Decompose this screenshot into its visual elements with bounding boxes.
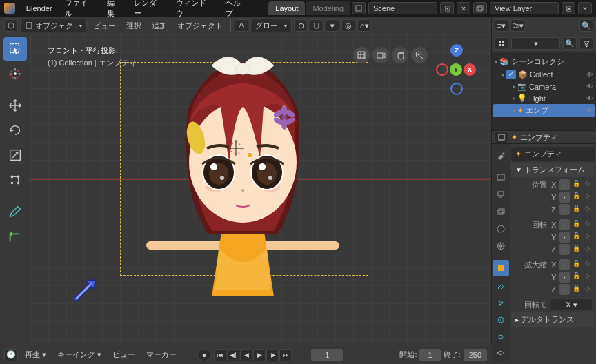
mode-dropdown[interactable]: オブジェク..▾	[20, 19, 87, 32]
menu-app[interactable]: Blender	[21, 2, 58, 14]
menu-select[interactable]: 選択	[122, 19, 146, 33]
next-key-icon[interactable]: |▶	[266, 349, 279, 361]
pivot-icon[interactable]: ⊙	[294, 19, 308, 32]
editor-type-icon[interactable]	[4, 19, 18, 32]
menu-render[interactable]: レンダー	[128, 0, 169, 21]
anim-icon[interactable]: ◇	[582, 205, 592, 214]
outliner-mode-icon[interactable]: ▾	[511, 37, 560, 50]
gizmo-y[interactable]: Y	[450, 63, 462, 76]
timeline-play-menu[interactable]: 再生 ▾	[21, 347, 50, 362]
outliner-type-icon[interactable]	[495, 37, 508, 50]
play-icon[interactable]: ▶	[253, 349, 266, 361]
tool-rotate[interactable]	[3, 119, 27, 142]
start-frame-field[interactable]: 1	[419, 349, 440, 361]
prev-key-icon[interactable]: ◀|	[227, 349, 239, 361]
timeline-marker-menu[interactable]: マーカー	[142, 347, 181, 362]
autokey-icon[interactable]: ●	[197, 349, 211, 361]
gizmo-z[interactable]: Z	[450, 44, 463, 57]
tab-layout[interactable]: Layout	[268, 1, 305, 15]
character-model[interactable]	[139, 41, 346, 296]
anim-icon[interactable]: ◇	[582, 220, 592, 230]
rot-y-field[interactable]: ·	[559, 232, 570, 243]
tree-empty[interactable]: ▸✦エンプ👁	[493, 104, 595, 117]
tree-light[interactable]: ▸💡Light👁	[493, 92, 595, 104]
jump-start-icon[interactable]: ⏮	[214, 349, 226, 361]
snap-icon[interactable]	[310, 19, 324, 32]
loc-z-field[interactable]: ·	[559, 204, 570, 215]
lock-icon[interactable]: 🔓	[571, 192, 581, 202]
tab-modeling[interactable]: Modeling	[306, 1, 350, 15]
anim-icon[interactable]: ◇	[582, 245, 592, 254]
ptab-physics[interactable]	[493, 312, 509, 328]
scale-y-field[interactable]: ·	[559, 272, 570, 283]
eye-icon[interactable]: 👁	[586, 94, 593, 102]
gizmo-x[interactable]: X	[464, 63, 476, 76]
new-scene-icon[interactable]: ⎘	[440, 2, 454, 14]
menu-edit[interactable]: 編集	[101, 0, 128, 21]
ptab-viewlayer[interactable]	[493, 203, 509, 220]
tool-annotate[interactable]	[3, 200, 27, 223]
tool-transform[interactable]	[3, 168, 27, 192]
grid-icon[interactable]	[353, 47, 370, 63]
delete-layer-icon[interactable]: ×	[578, 2, 592, 14]
lock-icon[interactable]: 🔓	[571, 285, 581, 294]
timeline-keying-menu[interactable]: キーイング ▾	[53, 347, 106, 362]
menu-window[interactable]: ウィンドウ	[170, 0, 219, 21]
new-layer-icon[interactable]: ⎘	[562, 2, 575, 14]
browse-scene-icon[interactable]	[352, 2, 366, 14]
menu-add[interactable]: 追加	[148, 19, 171, 33]
lock-icon[interactable]: 🔓	[571, 245, 581, 254]
browse-layer-icon[interactable]	[473, 2, 487, 14]
lock-icon[interactable]: 🔓	[571, 205, 581, 214]
tool-measure[interactable]	[3, 225, 27, 248]
rotmode-dropdown[interactable]: X ▾	[551, 299, 592, 310]
eye-icon[interactable]: 👁	[586, 83, 593, 90]
ptab-output[interactable]	[493, 186, 509, 203]
end-frame-field[interactable]: 250	[464, 349, 487, 361]
rot-z-field[interactable]: ·	[559, 244, 570, 255]
zoom-icon[interactable]	[411, 47, 428, 63]
search-icon[interactable]: 🔍	[579, 19, 593, 32]
anim-icon[interactable]: ◇	[582, 180, 592, 190]
play-rev-icon[interactable]: ◀	[240, 349, 252, 361]
object-name-field[interactable]: ✦エンプティ	[511, 147, 595, 161]
menu-object[interactable]: オブジェクト	[173, 19, 227, 33]
eye-icon[interactable]: 👁	[586, 71, 593, 79]
section-delta[interactable]: ▸ デルタトランス	[511, 312, 595, 327]
ptab-world[interactable]	[493, 238, 509, 254]
scale-x-field[interactable]: ·	[559, 259, 570, 270]
props-type-icon[interactable]	[495, 131, 508, 143]
rot-x-field[interactable]: ·	[559, 219, 570, 230]
gizmo-z-neg[interactable]	[450, 83, 463, 95]
timeline-view-menu[interactable]: ビュー	[108, 347, 139, 362]
lock-icon[interactable]: 🔓	[571, 260, 581, 270]
loc-x-field[interactable]: ·	[559, 179, 570, 190]
loc-y-field[interactable]: ·	[559, 192, 570, 203]
tree-camera[interactable]: ▸📷Camera👁	[493, 81, 595, 92]
ptab-particles[interactable]	[493, 294, 509, 311]
proportional-icon[interactable]: ◎	[341, 19, 355, 32]
tool-cursor[interactable]	[3, 62, 27, 85]
tool-move[interactable]	[3, 94, 27, 117]
nav-gizmo[interactable]: Z Y X	[436, 44, 477, 99]
lock-icon[interactable]: 🔓	[571, 180, 581, 190]
blender-logo-icon[interactable]	[4, 3, 15, 14]
anim-icon[interactable]: ◇	[582, 232, 592, 242]
tree-collection[interactable]: ▾✓📦Collect👁	[493, 68, 595, 81]
anim-icon[interactable]: ◇	[582, 272, 592, 282]
ptab-render[interactable]	[493, 169, 509, 185]
editor-type-icon[interactable]: ≡▾	[495, 19, 508, 32]
lock-icon[interactable]: 🔓	[571, 232, 581, 242]
checkbox-icon[interactable]: ✓	[506, 70, 516, 79]
menu-view[interactable]: ビュー	[89, 19, 120, 33]
section-transform[interactable]: ▼ トランスフォーム	[511, 163, 595, 177]
tree-scene-collection[interactable]: ▾📚シーンコレクシ	[493, 55, 595, 68]
layer-name-field[interactable]: View Layer	[490, 2, 559, 14]
gizmo-x-neg[interactable]	[436, 63, 448, 76]
ptab-constraints[interactable]	[493, 329, 509, 345]
ptab-tool[interactable]	[493, 147, 509, 163]
menu-file[interactable]: ファイル	[59, 0, 100, 21]
ptab-object[interactable]	[493, 260, 509, 276]
lock-icon[interactable]: 🔓	[571, 220, 581, 230]
scene-name-field[interactable]: Scene	[368, 2, 437, 14]
